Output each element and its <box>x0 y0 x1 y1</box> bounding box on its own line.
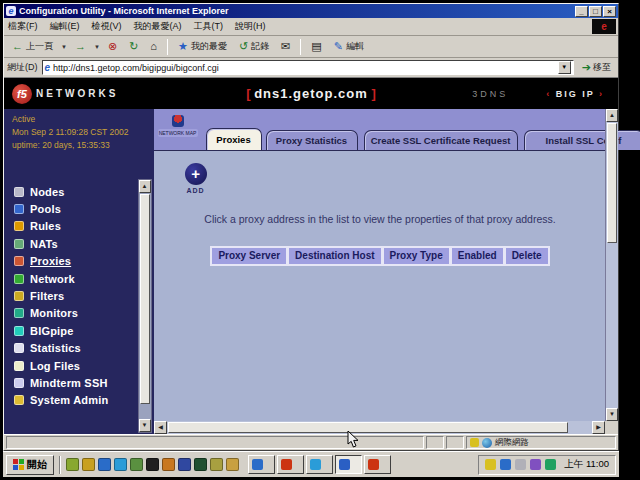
scroll-up-icon[interactable]: ▲ <box>606 109 618 122</box>
menu-file[interactable]: 檔案(F) <box>8 20 38 33</box>
sidebar-item-filters[interactable]: Filters <box>14 287 136 304</box>
refresh-icon: ↻ <box>129 41 138 52</box>
menu-tools[interactable]: 工具(T) <box>194 20 224 33</box>
mail-button[interactable]: ✉ <box>276 39 295 54</box>
stop-button[interactable]: ⊗ <box>103 39 122 54</box>
scroll-down-icon[interactable]: ▼ <box>139 419 151 432</box>
tray-icon[interactable] <box>530 459 541 470</box>
scrollbar-thumb[interactable] <box>140 194 150 404</box>
taskbar-window-button-active[interactable] <box>335 455 362 474</box>
instruction-text: Click a proxy address in the list to vie… <box>154 213 607 225</box>
ie-throbber-icon: e <box>592 19 616 34</box>
taskbar-clock: 上午 11:00 <box>564 458 609 471</box>
windows-taskbar: 開始 上午 11:00 <box>3 451 619 477</box>
sidebar-item-statistics[interactable]: Statistics <box>14 340 136 357</box>
address-input[interactable]: e http://dns1.getop.com/bigipgui/bigconf… <box>42 60 574 75</box>
quicklaunch-icon[interactable] <box>162 458 175 471</box>
quicklaunch-icon[interactable] <box>146 458 159 471</box>
add-plus-icon: + <box>185 163 207 185</box>
zone-icon <box>470 438 479 447</box>
taskbar-window-button[interactable] <box>364 455 391 474</box>
favorites-button[interactable]: ★ 我的最愛 <box>173 38 232 55</box>
tab-create-ssl-certificate-request[interactable]: Create SSL Certificate Request <box>364 130 518 150</box>
tray-icon[interactable] <box>500 459 511 470</box>
sidebar-item-rules[interactable]: Rules <box>14 218 136 235</box>
tray-icon[interactable] <box>485 459 496 470</box>
title-bar: e Configuration Utility - Microsoft Inte… <box>4 4 618 18</box>
quicklaunch-icon[interactable] <box>194 458 207 471</box>
sidebar-item-mindterm-ssh[interactable]: Mindterm SSH <box>14 374 136 391</box>
forward-dropdown[interactable]: ▼ <box>93 44 101 50</box>
quicklaunch-icon[interactable] <box>178 458 191 471</box>
history-button[interactable]: ↺ 記錄 <box>234 38 274 55</box>
quicklaunch-icon[interactable] <box>130 458 143 471</box>
tray-icon[interactable] <box>515 459 526 470</box>
forward-button[interactable]: → <box>70 39 91 54</box>
tab-install-ssl-certificate[interactable]: Install SSL Certif <box>524 130 640 150</box>
taskbar-window-button[interactable] <box>306 455 333 474</box>
page-horizontal-scrollbar[interactable]: ◀ ▶ <box>154 421 605 434</box>
sidebar-item-network[interactable]: Network <box>14 270 136 287</box>
quicklaunch-icon[interactable] <box>226 458 239 471</box>
link-3dns[interactable]: 3DNS <box>472 89 508 99</box>
banner-links: 3DNS ‹ BIG IP › <box>472 89 604 99</box>
sidebar-scrollbar[interactable]: ▲ ▼ <box>138 179 152 433</box>
taskbar-window-button[interactable] <box>248 455 275 474</box>
system-admin-icon <box>14 395 24 405</box>
status-pane <box>446 436 464 449</box>
tab-proxies[interactable]: Proxies <box>206 128 262 150</box>
sidebar-item-pools[interactable]: Pools <box>14 200 136 217</box>
back-button[interactable]: ← 上一頁 <box>7 38 58 55</box>
sidebar-item-nats[interactable]: NATs <box>14 235 136 252</box>
minimize-button[interactable]: _ <box>575 6 588 17</box>
print-button[interactable]: ▤ <box>306 39 326 54</box>
status-pane <box>426 436 444 449</box>
address-label: 網址(D) <box>7 61 38 74</box>
sidebar-item-bigpipe[interactable]: BIGpipe <box>14 322 136 339</box>
go-label: 移至 <box>593 61 611 74</box>
browser-window: e Configuration Utility - Microsoft Inte… <box>3 3 619 451</box>
taskbar-window-button[interactable] <box>277 455 304 474</box>
quicklaunch-icon[interactable] <box>98 458 111 471</box>
bracket-right: ] <box>371 86 375 101</box>
tab-proxy-statistics[interactable]: Proxy Statistics <box>266 130 358 150</box>
f5-banner: f5 NETWORKS [ dns1.getop.com ] 3DNS ‹ BI… <box>4 78 618 109</box>
status-state: Active <box>12 113 154 126</box>
refresh-button[interactable]: ↻ <box>124 39 143 54</box>
quicklaunch-icon[interactable] <box>114 458 127 471</box>
go-button[interactable]: ➔ 移至 <box>578 61 615 74</box>
scrollbar-thumb[interactable] <box>607 123 617 243</box>
sidebar-item-system-admin[interactable]: System Admin <box>14 392 136 409</box>
scroll-up-icon[interactable]: ▲ <box>139 180 151 193</box>
network-map-button[interactable]: NETWORK MAP <box>158 115 198 137</box>
quicklaunch-icon[interactable] <box>82 458 95 471</box>
back-dropdown[interactable]: ▼ <box>60 44 68 50</box>
sidebar-item-log-files[interactable]: Log Files <box>14 357 136 374</box>
sidebar-item-monitors[interactable]: Monitors <box>14 305 136 322</box>
menu-edit[interactable]: 編輯(E) <box>50 20 80 33</box>
menu-help[interactable]: 說明(H) <box>235 20 266 33</box>
toolbar-separator <box>300 39 301 55</box>
quicklaunch-icon[interactable] <box>66 458 79 471</box>
sidebar-item-proxies[interactable]: Proxies <box>14 253 136 270</box>
link-bigip[interactable]: ‹ BIG IP › <box>546 89 604 99</box>
tray-icon[interactable] <box>545 459 556 470</box>
add-proxy-button[interactable]: + ADD <box>176 163 216 194</box>
edit-button[interactable]: ✎ 編輯 <box>329 38 369 55</box>
sidebar-item-nodes[interactable]: Nodes <box>14 183 136 200</box>
close-button[interactable]: × <box>603 6 616 17</box>
start-button[interactable]: 開始 <box>6 455 54 475</box>
scroll-left-icon[interactable]: ◀ <box>154 421 167 434</box>
scrollbar-thumb[interactable] <box>168 422 568 433</box>
maximize-button[interactable]: □ <box>589 6 602 17</box>
menu-favorites[interactable]: 我的最愛(A) <box>134 20 182 33</box>
scroll-right-icon[interactable]: ▶ <box>592 421 605 434</box>
menu-view[interactable]: 檢視(V) <box>92 20 122 33</box>
nats-icon <box>14 239 24 249</box>
home-button[interactable]: ⌂ <box>145 39 162 54</box>
page-vertical-scrollbar[interactable]: ▲ ▼ <box>605 109 618 421</box>
status-uptime: uptime: 20 days, 15:35:33 <box>12 139 154 152</box>
quicklaunch-icon[interactable] <box>210 458 223 471</box>
scroll-down-icon[interactable]: ▼ <box>606 408 618 421</box>
address-dropdown[interactable]: ▼ <box>558 61 571 74</box>
